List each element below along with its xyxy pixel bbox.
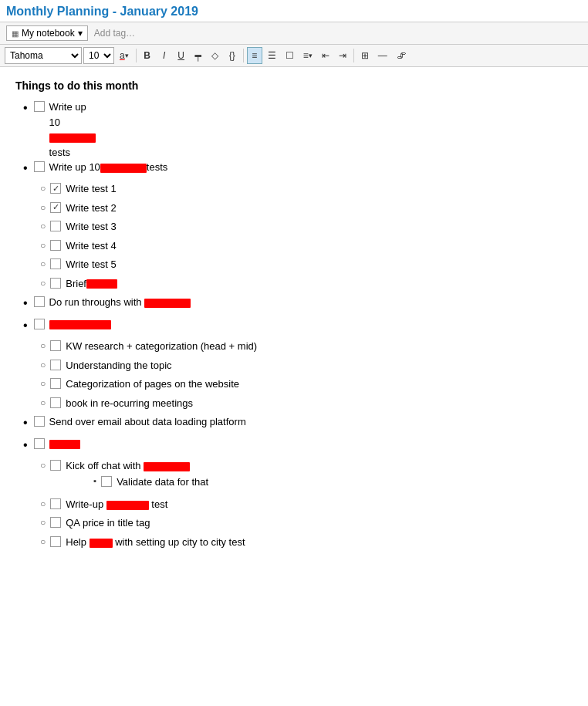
sub-item-1-3: Write test 3 [40, 219, 573, 235]
notebook-chevron-icon: ▾ [78, 28, 83, 39]
hr-button[interactable]: — [374, 47, 391, 64]
numbered-list-button[interactable]: ☰ [264, 47, 280, 64]
align-button[interactable]: ≡▾ [299, 47, 316, 64]
sub-item-3-4-text: book in re-ocurring meetings [66, 396, 573, 411]
checkbox-3-1[interactable] [50, 340, 61, 351]
sub-sub-list-5-1: Validate data for that [93, 475, 573, 490]
checkbox-1-3[interactable] [50, 221, 61, 231]
checkbox-3-4[interactable] [50, 397, 61, 408]
checkbox-item-1[interactable] [34, 101, 45, 112]
sub-item-1-6-text: Brief [66, 276, 573, 292]
redacted-5c [90, 539, 113, 548]
font-color-button[interactable]: a ▾ [116, 47, 133, 64]
checkbox-5[interactable] [34, 438, 45, 449]
checkbox-5-4[interactable] [50, 536, 61, 547]
checkbox-5-1[interactable] [50, 460, 61, 471]
font-size-select[interactable]: 10 [83, 47, 114, 64]
sub-item-1-5-text: Write test 5 [66, 257, 573, 272]
item-5-text [49, 437, 573, 452]
checkbox-1-1[interactable]: ✓ [50, 183, 61, 194]
checkbox-3[interactable] [34, 319, 45, 329]
sub-item-1-3-text: Write test 3 [66, 219, 573, 235]
sub-item-3-3-text: Categorization of pages on the website [66, 377, 573, 392]
attachment-button[interactable]: 🖇 [393, 47, 410, 64]
toolbar-separator-1 [136, 49, 137, 62]
checkbox-2[interactable] [34, 296, 45, 307]
sub-item-5-4-text: Help with setting up city to city test [66, 535, 573, 550]
checkbox-3-3[interactable] [50, 378, 61, 389]
bullet-list-button[interactable]: ≡ [247, 47, 262, 64]
italic-button[interactable]: I [157, 47, 172, 64]
sub-item-3-1: KW research + categorization (head + mid… [40, 339, 573, 354]
list-item-4: Send over email about data loading platf… [15, 414, 573, 431]
content-area: Things to do this month Write up 10tests… [0, 67, 588, 566]
checkbox-5-3[interactable] [50, 517, 61, 528]
checkbox-5-2[interactable] [50, 498, 61, 509]
item-2-text: Do run throughs with [49, 295, 573, 310]
sub-item-5-1: Kick off chat with Validate data for tha… [40, 458, 573, 493]
underline-button[interactable]: U [174, 47, 189, 64]
checkbox-5-1-1[interactable] [101, 476, 112, 487]
font-family-select[interactable]: Tahoma [5, 47, 82, 64]
toolbar-separator-2 [243, 49, 244, 62]
code-block-button[interactable]: {} [225, 47, 240, 64]
indent-left-button[interactable]: ⇤ [318, 47, 333, 64]
redacted-1 [49, 133, 96, 143]
redacted-3 [49, 320, 111, 329]
strikethrough-button[interactable]: ╤ [191, 47, 206, 64]
redacted-5a [144, 462, 190, 471]
section-heading: Things to do this month [15, 79, 573, 92]
checkbox-1-5[interactable] [50, 258, 61, 269]
sub-sub-item-5-1-1: Validate data for that [93, 475, 573, 490]
item-4-text: Send over email about data loading platf… [49, 414, 573, 430]
sub-list-1: ✓ Write test 1 ✓ Write test 2 Write test… [40, 181, 573, 291]
item-text-1: Write up 10tests [49, 100, 96, 160]
sub-item-5-3-text: QA price in title tag [66, 515, 573, 531]
redacted-2 [144, 299, 191, 308]
checkbox-1-4[interactable] [50, 240, 61, 251]
toolbar: Tahoma 10 a ▾ B I U ╤ ◇ {} ≡ ☰ ☐ ≡▾ ⇤ ⇥ … [0, 45, 588, 67]
notebook-bar: ▦ My notebook ▾ Add tag… [0, 22, 588, 45]
checkbox-button[interactable]: ☐ [282, 47, 298, 64]
sub-list-3: KW research + categorization (head + mid… [40, 339, 573, 410]
sub-item-1-1: ✓ Write test 1 [40, 181, 573, 197]
main-list: Write up 10tests [15, 100, 573, 160]
notebook-icon: ▦ [12, 29, 19, 38]
sub-item-5-2-text: Write-up test [66, 497, 573, 512]
sub-item-3-3: Categorization of pages on the website [40, 377, 573, 392]
checkbox-4[interactable] [34, 416, 45, 427]
redacted-5b [106, 501, 149, 510]
sub-item-5-4: Help with setting up city to city test [40, 535, 573, 550]
sub-list-5: Kick off chat with Validate data for tha… [40, 458, 573, 550]
checkbox-1-2[interactable]: ✓ [50, 202, 61, 213]
notebook-button[interactable]: ▦ My notebook ▾ [6, 25, 88, 41]
sub-item-1-5: Write test 5 [40, 257, 573, 272]
title-bar: Monthly Planning - January 2019 [0, 0, 588, 22]
sub-item-5-1-text: Kick off chat with Validate data for tha… [66, 458, 573, 493]
checkbox-1-6[interactable] [50, 278, 61, 289]
list-item-2: Do run throughs with [15, 295, 573, 312]
notebook-label: My notebook [22, 28, 75, 39]
sub-item-1-6: Brief [40, 276, 573, 292]
highlight-button[interactable]: ◇ [208, 47, 223, 64]
font-color-chevron-icon: ▾ [125, 52, 129, 59]
tasks-list: Write up 10tests ✓ Write test 1 ✓ Write … [15, 160, 573, 549]
page-title: Monthly Planning - January 2019 [6, 5, 582, 19]
table-button[interactable]: ⊞ [357, 47, 373, 64]
checkbox-3-2[interactable] [50, 360, 61, 370]
sub-item-3-2-text: Understanding the topic [66, 358, 573, 373]
sub-sub-item-5-1-1-text: Validate data for that [117, 475, 573, 490]
sub-item-3-4: book in re-ocurring meetings [40, 396, 573, 411]
item-1-text: Write up 10tests [49, 160, 573, 175]
redacted-1b [86, 279, 117, 289]
sub-item-3-1-text: KW research + categorization (head + mid… [66, 339, 573, 354]
sub-item-5-3: QA price in title tag [40, 515, 573, 531]
item-3-text [49, 317, 573, 333]
sub-item-3-2: Understanding the topic [40, 358, 573, 373]
indent-right-button[interactable]: ⇥ [335, 47, 350, 64]
checkbox-1[interactable] [34, 161, 45, 172]
add-tag-button[interactable]: Add tag… [94, 28, 135, 39]
redacted-5 [49, 440, 80, 449]
sub-item-1-1-text: Write test 1 [66, 181, 573, 197]
bold-button[interactable]: B [140, 47, 155, 64]
